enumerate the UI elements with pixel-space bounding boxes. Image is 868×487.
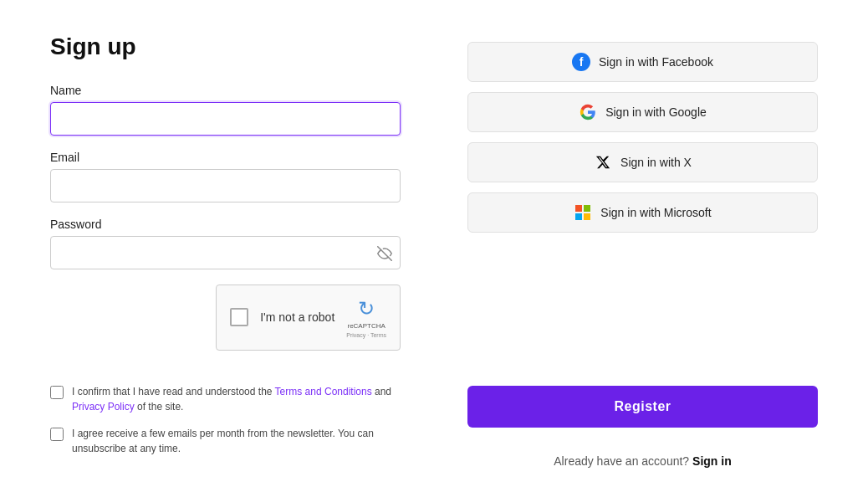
terms-label: I confirm that I have read and understoo…	[72, 384, 401, 414]
recaptcha-label: I'm not a robot	[260, 310, 334, 324]
x-signin-label: Sign in with X	[620, 156, 692, 169]
register-button[interactable]: Register	[467, 386, 818, 428]
name-input[interactable]	[50, 102, 401, 136]
privacy-link[interactable]: Privacy Policy	[72, 401, 135, 413]
facebook-signin-label: Sign in with Facebook	[599, 55, 713, 69]
email-input[interactable]	[50, 169, 401, 202]
newsletter-checkbox-group: I agree receive a few emails per month f…	[50, 426, 401, 456]
x-signin-button[interactable]: Sign in with X	[467, 142, 818, 182]
name-label: Name	[50, 84, 401, 97]
recaptcha-subtext: Privacy · Terms	[346, 332, 386, 338]
terms-checkbox-group: I confirm that I have read and understoo…	[50, 384, 401, 414]
recaptcha-icon: ↻	[358, 297, 375, 320]
microsoft-signin-button[interactable]: Sign in with Microsoft	[467, 192, 818, 233]
microsoft-signin-label: Sign in with Microsoft	[600, 206, 711, 219]
microsoft-icon	[574, 203, 592, 222]
terms-link[interactable]: Terms and Conditions	[275, 386, 372, 397]
google-signin-button[interactable]: Sign in with Google	[467, 92, 818, 132]
newsletter-checkbox[interactable]	[50, 428, 64, 441]
facebook-icon: f	[572, 53, 590, 71]
recaptcha-row: I'm not a robot ↻ reCAPTCHA Privacy · Te…	[50, 285, 401, 367]
facebook-signin-button[interactable]: f Sign in with Facebook	[467, 42, 818, 82]
newsletter-label: I agree receive a few emails per month f…	[72, 426, 401, 456]
password-field-group: Password	[50, 218, 401, 269]
name-field-group: Name	[50, 84, 401, 136]
left-panel: Sign up Name Email Password I'm n	[50, 33, 401, 468]
spacer	[467, 243, 818, 369]
page-title: Sign up	[50, 33, 401, 60]
google-icon	[579, 103, 597, 121]
right-panel: f Sign in with Facebook Sign in with Goo…	[467, 33, 818, 468]
email-field-group: Email	[50, 151, 401, 202]
password-toggle-icon[interactable]	[377, 246, 392, 264]
terms-checkbox[interactable]	[50, 386, 64, 399]
google-signin-label: Sign in with Google	[605, 105, 707, 119]
password-label: Password	[50, 218, 401, 231]
email-label: Email	[50, 151, 401, 164]
recaptcha-logo: ↻ reCAPTCHA Privacy · Terms	[346, 297, 386, 338]
password-input[interactable]	[50, 236, 401, 269]
x-icon	[594, 153, 612, 172]
recaptcha-checkbox[interactable]	[230, 308, 248, 326]
signin-link[interactable]: Sign in	[692, 454, 732, 468]
signin-prompt: Already have an account? Sign in	[467, 454, 818, 468]
recaptcha-badge-text: reCAPTCHA	[347, 322, 385, 331]
recaptcha-box[interactable]: I'm not a robot ↻ reCAPTCHA Privacy · Te…	[216, 285, 401, 351]
